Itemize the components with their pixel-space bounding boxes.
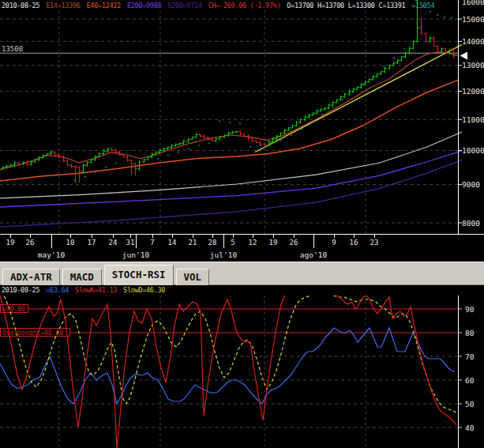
- axes: 1600015000140001300012000110001000090008…: [0, 0, 484, 259]
- svg-text:11000: 11000: [462, 115, 484, 124]
- indicator-date: 2010-08-25: [2, 286, 39, 294]
- tab-macd[interactable]: MACD: [62, 269, 102, 285]
- svg-text:ago'10: ago'10: [300, 250, 328, 259]
- ema14-value: E14=13396: [46, 2, 80, 9]
- svg-text:14000: 14000: [462, 37, 484, 46]
- white-ma-line: [0, 132, 462, 198]
- stoch-rsi-panel: =90.00Overbought=80.00908070605040: [0, 296, 484, 448]
- svg-text:70: 70: [465, 352, 475, 361]
- last-price-marker: [460, 52, 468, 60]
- change-percent: (-1.97%): [250, 2, 281, 9]
- sar-value: =15054: [411, 2, 434, 9]
- gridlines: [0, 10, 458, 234]
- panel-gridlines: [0, 296, 458, 446]
- price-info-bar: 2010-08-25 E14=13396 E40=12422 E200=9988…: [0, 0, 484, 10]
- svg-text:13500: 13500: [2, 45, 23, 53]
- svg-text:21: 21: [189, 239, 197, 247]
- svg-text:26: 26: [290, 239, 298, 247]
- tab-vol[interactable]: VOL: [176, 269, 210, 285]
- svg-text:12: 12: [249, 239, 257, 247]
- svg-text:17: 17: [88, 239, 96, 247]
- svg-text:90: 90: [465, 305, 475, 314]
- overbought-levels: =90.00Overbought=80.00: [0, 305, 458, 337]
- svg-text:8000: 8000: [462, 219, 480, 228]
- low-value: L=13300: [348, 2, 375, 9]
- e40-line: [0, 80, 458, 181]
- svg-text:Overbought=80.00: Overbought=80.00: [2, 329, 63, 337]
- svg-text:19: 19: [269, 239, 278, 247]
- svg-text:23: 23: [370, 239, 379, 247]
- sma200-value: S200=9714: [167, 2, 201, 9]
- tab-adx-atr[interactable]: ADX-ATR: [2, 269, 60, 285]
- rsi-value: =63.64: [46, 286, 69, 294]
- svg-text:9000: 9000: [462, 180, 480, 189]
- slowk-value: SlowK=41.13: [75, 286, 117, 294]
- panel-axis: 908070605040: [458, 296, 475, 448]
- svg-text:5: 5: [231, 239, 234, 247]
- slowk-line: [0, 296, 456, 448]
- close-value: C=13391: [379, 2, 406, 9]
- slowd-line: [0, 296, 456, 412]
- svg-text:31: 31: [126, 239, 135, 247]
- svg-text:jun'10: jun'10: [122, 250, 150, 259]
- svg-text:40: 40: [465, 424, 475, 432]
- ema40-value: E40=12422: [87, 2, 121, 9]
- svg-text:16: 16: [350, 239, 358, 247]
- high-value: H=13700: [317, 2, 344, 9]
- svg-text:80: 80: [465, 329, 475, 337]
- svg-text:24: 24: [109, 239, 118, 247]
- svg-text:14: 14: [168, 239, 177, 247]
- svg-text:50: 50: [465, 400, 475, 408]
- main-price-chart: 1350016000150001400013000120001100010000…: [0, 0, 484, 262]
- svg-text:10000: 10000: [462, 146, 484, 155]
- svg-text:=90.00: =90.00: [2, 306, 25, 313]
- slowd-value: SlowD=46.30: [123, 286, 165, 294]
- rsi-line: [0, 328, 455, 404]
- tab-stoch-rsi[interactable]: STOCH-RSI: [104, 265, 174, 285]
- indicator-info-bar: 2010-08-25 =63.64 SlowK=41.13 SlowD=46.3…: [0, 285, 484, 295]
- s200-line: [0, 160, 462, 227]
- svg-text:60: 60: [465, 376, 475, 385]
- indicator-tab-bar: ADX-ATR MACD STOCH-RSI VOL: [0, 262, 484, 285]
- price-level-13500: 13500: [0, 45, 458, 54]
- svg-text:jul'10: jul'10: [210, 250, 238, 259]
- svg-text:26: 26: [26, 239, 35, 247]
- svg-text:28: 28: [208, 239, 217, 247]
- charting-app-window: 1350016000150001400013000120001100010000…: [0, 0, 484, 448]
- chart-date: 2010-08-25: [2, 2, 39, 9]
- svg-text:12000: 12000: [462, 87, 484, 96]
- svg-text:19: 19: [6, 239, 15, 247]
- svg-text:7: 7: [150, 239, 154, 247]
- svg-text:13000: 13000: [462, 61, 484, 70]
- svg-text:may'10: may'10: [38, 250, 66, 259]
- open-value: O=13700: [287, 2, 313, 9]
- ema200-value: E200=9988: [127, 2, 161, 9]
- change-value: CH=-269.00: [208, 2, 246, 9]
- svg-text:15000: 15000: [462, 15, 484, 24]
- trendline-line: [255, 45, 462, 152]
- svg-text:9: 9: [332, 239, 336, 247]
- svg-text:10: 10: [66, 239, 75, 247]
